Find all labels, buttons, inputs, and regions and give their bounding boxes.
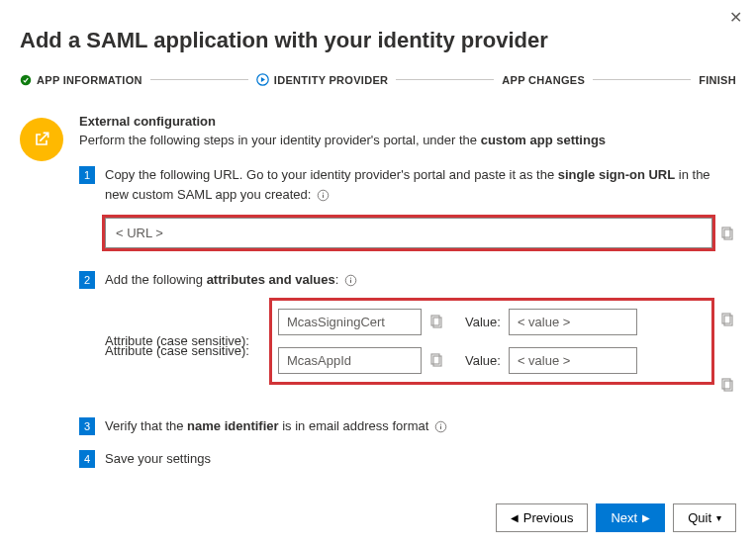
step-1-text: Copy the following URL. Go to your ident… xyxy=(105,165,736,204)
next-button[interactable]: Next ▶ xyxy=(596,503,665,532)
svg-rect-19 xyxy=(440,425,441,428)
sso-url-field[interactable]: < URL > xyxy=(105,218,712,248)
quit-button[interactable]: Quit ▾ xyxy=(673,503,736,532)
step-app-changes: APP CHANGES xyxy=(502,74,585,86)
copy-icon[interactable] xyxy=(429,352,445,368)
info-icon[interactable] xyxy=(344,274,357,287)
attribute-name-input[interactable] xyxy=(278,347,422,374)
info-icon[interactable] xyxy=(434,420,447,433)
page-title: Add a SAML application with your identit… xyxy=(20,28,736,53)
chevron-left-icon: ◀ xyxy=(511,513,519,523)
chevron-right-icon: ▶ xyxy=(642,513,650,523)
external-link-icon xyxy=(20,118,63,161)
step-label: FINISH xyxy=(699,74,736,86)
svg-rect-9 xyxy=(350,278,351,279)
section-description: Perform the following steps in your iden… xyxy=(79,133,736,147)
svg-rect-4 xyxy=(323,192,324,193)
svg-rect-8 xyxy=(350,280,351,283)
step-finish: FINISH xyxy=(699,74,736,86)
copy-icon[interactable] xyxy=(720,312,736,327)
copy-icon[interactable] xyxy=(720,377,736,393)
attribute-label: Attribute (case sensitive): xyxy=(105,343,263,358)
attribute-name-input[interactable] xyxy=(278,309,422,335)
step-number: 2 xyxy=(79,271,95,289)
svg-rect-3 xyxy=(323,194,324,197)
attribute-value-input[interactable] xyxy=(509,347,637,374)
value-label: Value: xyxy=(465,315,501,329)
svg-rect-20 xyxy=(440,423,441,424)
chevron-down-icon: ▾ xyxy=(716,513,721,523)
step-4-text: Save your settings xyxy=(105,449,736,469)
attribute-value-input[interactable] xyxy=(509,309,637,335)
info-icon[interactable] xyxy=(317,189,330,202)
step-identity-provider: IDENTITY PROVIDER xyxy=(256,73,389,86)
step-number: 4 xyxy=(79,450,95,468)
wizard-stepper: APP INFORMATION IDENTITY PROVIDER APP CH… xyxy=(20,73,736,86)
value-label: Value: xyxy=(465,353,501,368)
copy-icon[interactable] xyxy=(720,226,736,241)
step-label: APP INFORMATION xyxy=(37,74,142,86)
step-number: 3 xyxy=(79,417,95,435)
close-icon[interactable]: ✕ xyxy=(729,10,742,26)
step-number: 1 xyxy=(79,166,95,184)
step-app-information: APP INFORMATION xyxy=(20,74,142,86)
step-label: APP CHANGES xyxy=(502,74,585,86)
step-2-text: Add the following attributes and values: xyxy=(105,270,736,290)
section-heading: External configuration xyxy=(79,114,736,129)
current-step-icon xyxy=(256,73,269,86)
step-3-text: Verify that the name identifier is in em… xyxy=(105,416,736,436)
previous-button[interactable]: ◀ Previous xyxy=(496,503,589,532)
copy-icon[interactable] xyxy=(429,314,445,329)
step-label: IDENTITY PROVIDER xyxy=(274,74,389,86)
check-icon xyxy=(20,74,32,86)
